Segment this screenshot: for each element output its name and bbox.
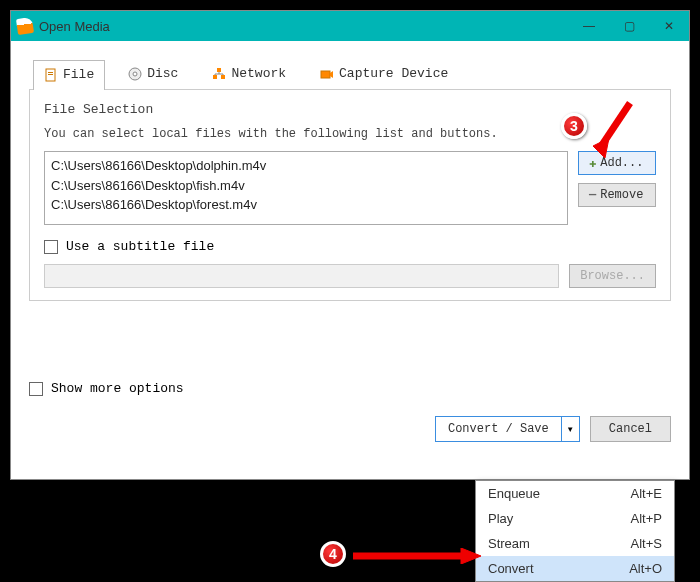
subtitle-path-field [44,264,559,288]
svg-rect-1 [48,72,53,73]
titlebar: Open Media — ▢ ✕ [11,11,689,41]
open-media-window: Open Media — ▢ ✕ File Disc Net [10,10,690,480]
menu-item-play[interactable]: Play Alt+P [476,506,674,531]
menu-shortcut: Alt+E [631,486,662,501]
client-area: File Disc Network Capture Device [11,41,689,406]
tab-file-label: File [63,67,94,82]
disc-icon [128,67,142,81]
capture-icon [320,67,334,81]
callout-4: 4 [320,541,346,567]
svg-rect-5 [213,75,217,79]
convert-save-button[interactable]: Convert / Save ▼ [435,416,580,442]
minimize-button[interactable]: — [569,11,609,41]
menu-shortcut: Alt+O [629,561,662,576]
more-options-row: Show more options [29,381,671,396]
file-list[interactable]: C:\Users\86166\Desktop\dolphin.m4v C:\Us… [44,151,568,225]
svg-point-4 [133,72,137,76]
dropdown-arrow-icon[interactable]: ▼ [561,417,579,441]
more-options-label: Show more options [51,381,184,396]
arrow-3-icon [585,98,645,168]
svg-rect-8 [321,71,330,78]
close-button[interactable]: ✕ [649,11,689,41]
tab-disc-label: Disc [147,66,178,81]
menu-shortcut: Alt+P [631,511,662,526]
maximize-button[interactable]: ▢ [609,11,649,41]
cancel-label: Cancel [609,422,652,436]
svg-rect-6 [221,75,225,79]
menu-label: Convert [488,561,534,576]
remove-button[interactable]: — Remove [578,183,656,207]
callout-3: 3 [561,113,587,139]
menu-item-enqueue[interactable]: Enqueue Alt+E [476,481,674,506]
menu-shortcut: Alt+S [631,536,662,551]
browse-row: Browse... [44,264,656,288]
more-options-checkbox[interactable] [29,382,43,396]
tab-network-label: Network [231,66,286,81]
tab-disc[interactable]: Disc [117,59,189,89]
menu-item-stream[interactable]: Stream Alt+S [476,531,674,556]
tab-capture-label: Capture Device [339,66,448,81]
menu-label: Enqueue [488,486,540,501]
tab-network[interactable]: Network [201,59,297,89]
minus-icon: — [589,188,596,202]
network-icon [212,67,226,81]
remove-label: Remove [600,188,643,202]
list-item[interactable]: C:\Users\86166\Desktop\fish.m4v [51,176,561,196]
browse-label: Browse... [580,269,645,283]
subtitle-row: Use a subtitle file [44,239,656,254]
menu-label: Play [488,511,513,526]
subtitle-checkbox[interactable] [44,240,58,254]
vlc-cone-icon [16,17,34,35]
convert-save-menu: Enqueue Alt+E Play Alt+P Stream Alt+S Co… [475,480,675,582]
tab-file[interactable]: File [33,60,105,90]
tab-capture[interactable]: Capture Device [309,59,459,89]
subtitle-label: Use a subtitle file [66,239,214,254]
menu-label: Stream [488,536,530,551]
list-item[interactable]: C:\Users\86166\Desktop\forest.m4v [51,195,561,215]
arrow-4-icon [353,548,483,564]
convert-save-label[interactable]: Convert / Save [436,417,561,441]
file-area: C:\Users\86166\Desktop\dolphin.m4v C:\Us… [44,151,656,225]
tab-bar: File Disc Network Capture Device [29,59,671,90]
list-item[interactable]: C:\Users\86166\Desktop\dolphin.m4v [51,156,561,176]
window-title: Open Media [39,19,569,34]
file-icon [44,68,58,82]
svg-rect-7 [217,68,221,72]
menu-item-convert[interactable]: Convert Alt+O [476,556,674,581]
browse-button: Browse... [569,264,656,288]
dialog-footer: Convert / Save ▼ Cancel [11,406,689,456]
svg-rect-2 [48,74,53,75]
cancel-button[interactable]: Cancel [590,416,671,442]
